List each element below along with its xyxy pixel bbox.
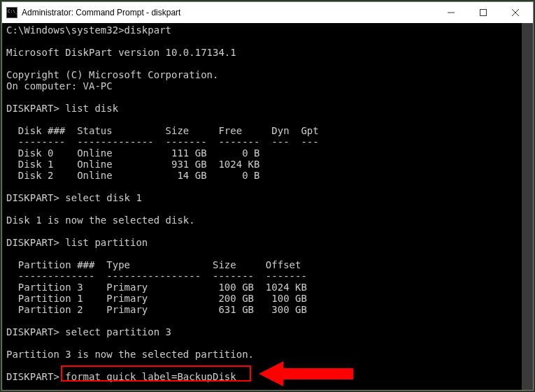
terminal-line: Disk ### Status Size Free Dyn Gpt	[6, 125, 529, 136]
scrollbar[interactable]	[522, 23, 533, 390]
cursor	[236, 371, 242, 382]
terminal-line: Disk 1 is now the selected disk.	[6, 215, 529, 226]
terminal-line	[6, 114, 529, 125]
close-button[interactable]	[499, 2, 532, 23]
svg-rect-1	[480, 10, 487, 16]
terminal-line: Partition 1 Primary 200 GB 100 GB	[6, 293, 529, 304]
terminal-line: DISKPART> list partition	[6, 237, 529, 248]
terminal-line	[6, 181, 529, 192]
scrollbar-thumb[interactable]	[522, 23, 533, 390]
terminal-output[interactable]: C:\Windows\system32>diskpart Microsoft D…	[2, 23, 533, 390]
terminal-line: DISKPART> format quick label=BackupDisk	[6, 371, 529, 382]
close-icon	[512, 9, 519, 16]
window-title: Administrator: Command Prompt - diskpart	[22, 8, 435, 17]
terminal-line	[6, 248, 529, 259]
minimize-button[interactable]	[435, 2, 467, 23]
terminal-line: Partition 3 Primary 100 GB 1024 KB	[6, 282, 529, 293]
titlebar[interactable]: Administrator: Command Prompt - diskpart	[2, 2, 533, 23]
terminal-line	[6, 36, 529, 47]
terminal-line: DISKPART> list disk	[6, 103, 529, 114]
terminal-line: Partition 2 Primary 631 GB 300 GB	[6, 304, 529, 315]
command-prompt-window: Administrator: Command Prompt - diskpart…	[1, 1, 534, 391]
terminal-line: DISKPART> select partition 3	[6, 326, 529, 337]
terminal-line: Partition ### Type Size Offset	[6, 259, 529, 270]
terminal-line: C:\Windows\system32>diskpart	[6, 24, 529, 36]
terminal-line: -------- ------------- ------- ------- -…	[6, 136, 529, 147]
window-controls	[435, 2, 532, 23]
terminal-line	[6, 226, 529, 237]
cmd-icon	[6, 7, 17, 18]
terminal-line	[6, 360, 529, 371]
terminal-line	[6, 337, 529, 349]
terminal-line: Microsoft DiskPart version 10.0.17134.1	[6, 47, 529, 58]
terminal-line	[6, 203, 529, 215]
minimize-icon	[448, 9, 455, 16]
terminal-line: Partition 3 is now the selected partitio…	[6, 349, 529, 360]
terminal-line: Disk 2 Online 14 GB 0 B	[6, 170, 529, 181]
maximize-button[interactable]	[467, 2, 499, 23]
terminal-line: Disk 1 Online 931 GB 1024 KB	[6, 159, 529, 170]
terminal-line: Disk 0 Online 111 GB 0 B	[6, 147, 529, 159]
terminal-line: ------------- ---------------- ------- -…	[6, 270, 529, 282]
terminal-line	[6, 315, 529, 326]
terminal-line: Copyright (C) Microsoft Corporation.	[6, 69, 529, 80]
terminal-line: DISKPART> select disk 1	[6, 192, 529, 203]
maximize-icon	[480, 9, 487, 16]
terminal-line: On computer: VA-PC	[6, 80, 529, 92]
terminal-line	[6, 92, 529, 103]
terminal-line	[6, 58, 529, 69]
